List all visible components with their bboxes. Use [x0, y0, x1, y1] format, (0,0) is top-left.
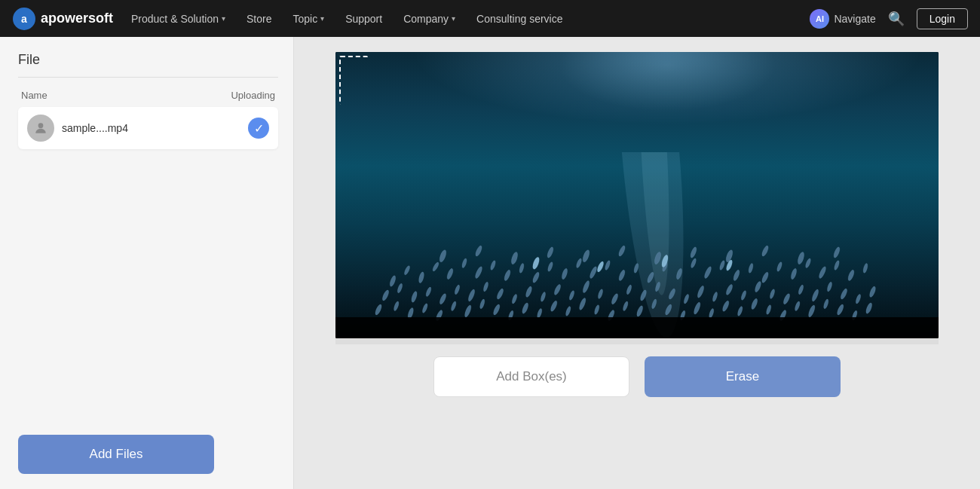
svg-point-45: [467, 289, 476, 302]
svg-point-108: [865, 302, 873, 314]
svg-point-27: [703, 266, 712, 280]
svg-point-43: [439, 293, 448, 305]
svg-point-87: [565, 306, 571, 316]
navigate-button[interactable]: AI Navigate: [810, 9, 875, 29]
svg-point-104: [807, 304, 816, 318]
svg-point-41: [410, 291, 418, 303]
svg-point-60: [683, 294, 690, 304]
svg-point-30: [748, 263, 754, 274]
logo-text: apowersoft: [41, 11, 113, 26]
svg-point-19: [589, 266, 598, 280]
svg-point-11: [474, 266, 483, 280]
svg-point-33: [790, 267, 798, 280]
svg-point-116: [690, 246, 698, 258]
svg-point-64: [740, 290, 747, 301]
svg-point-34: [804, 258, 811, 268]
svg-point-110: [474, 245, 483, 257]
svg-point-112: [547, 246, 555, 258]
svg-point-96: [693, 301, 702, 315]
svg-point-69: [811, 289, 820, 302]
svg-point-100: [750, 298, 758, 310]
svg-text:a: a: [21, 13, 27, 25]
svg-point-114: [617, 245, 626, 257]
svg-point-36: [833, 260, 840, 270]
file-name: sample....mp4: [62, 122, 240, 134]
svg-point-65: [754, 280, 762, 292]
svg-point-61: [697, 285, 706, 298]
logo[interactable]: a apowersoft: [12, 7, 113, 31]
svg-point-106: [836, 304, 845, 316]
file-list-header: Name Uploading: [18, 90, 278, 101]
video-timeline[interactable]: [335, 338, 939, 344]
svg-point-5: [389, 275, 397, 287]
svg-point-14: [519, 263, 525, 274]
svg-point-70: [826, 282, 833, 292]
svg-point-109: [438, 249, 447, 263]
svg-point-50: [540, 292, 547, 302]
svg-point-105: [822, 298, 829, 309]
svg-point-35: [818, 266, 827, 280]
file-avatar: [27, 115, 54, 142]
navbar: a apowersoft Product & Solution ▾ Store …: [0, 0, 980, 37]
add-files-button[interactable]: Add Files: [18, 435, 214, 474]
svg-point-10: [461, 258, 468, 268]
nav-store[interactable]: Store: [237, 8, 280, 29]
svg-point-89: [593, 304, 600, 315]
svg-point-63: [725, 283, 734, 295]
svg-point-26: [690, 258, 697, 268]
erase-button[interactable]: Erase: [645, 356, 841, 397]
header-uploading: Uploading: [231, 90, 275, 101]
svg-point-49: [525, 286, 533, 298]
svg-point-118: [761, 245, 770, 257]
svg-point-122: [596, 261, 605, 273]
search-icon[interactable]: 🔍: [885, 8, 908, 30]
nav-right: AI Navigate 🔍 Login: [810, 8, 968, 30]
svg-point-13: [504, 269, 512, 281]
svg-point-91: [622, 301, 629, 311]
file-title: File: [18, 52, 278, 78]
svg-point-6: [403, 265, 411, 276]
nav-support[interactable]: Support: [336, 8, 391, 29]
nav-topic[interactable]: Topic ▾: [283, 8, 333, 29]
svg-point-42: [425, 286, 432, 297]
nav-company[interactable]: Company ▾: [394, 8, 464, 29]
nav-product-solution[interactable]: Product & Solution ▾: [122, 8, 234, 29]
svg-point-29: [733, 269, 741, 281]
header-name: Name: [21, 90, 47, 101]
svg-point-55: [611, 293, 620, 305]
fish-school-graphic: [335, 152, 908, 338]
svg-point-68: [798, 284, 804, 295]
svg-point-92: [635, 305, 644, 317]
chevron-down-icon: ▾: [452, 14, 455, 23]
file-list: sample....mp4 ✓: [18, 107, 278, 426]
svg-point-40: [397, 283, 403, 293]
svg-point-66: [769, 289, 776, 299]
right-panel: Add Box(es) Erase: [294, 37, 980, 489]
svg-point-67: [782, 293, 792, 305]
svg-point-111: [510, 251, 519, 264]
svg-point-71: [840, 288, 849, 300]
svg-point-16: [547, 261, 553, 272]
selection-box[interactable]: [339, 56, 368, 105]
svg-point-39: [381, 289, 390, 301]
svg-point-80: [464, 304, 473, 318]
upload-complete-icon: ✓: [248, 118, 269, 139]
login-button[interactable]: Login: [917, 8, 968, 29]
svg-point-37: [847, 269, 856, 281]
chevron-down-icon: ▾: [222, 14, 225, 23]
user-icon: [33, 121, 48, 136]
svg-point-99: [737, 306, 743, 316]
add-box-button[interactable]: Add Box(es): [433, 356, 629, 397]
svg-point-17: [561, 267, 568, 280]
svg-point-48: [511, 294, 518, 304]
svg-point-73: [868, 286, 877, 298]
chevron-down-icon: ▾: [320, 14, 324, 23]
svg-point-44: [454, 284, 461, 295]
file-row[interactable]: sample....mp4 ✓: [18, 107, 278, 149]
svg-point-21: [618, 269, 626, 281]
svg-point-84: [521, 302, 529, 314]
svg-point-46: [482, 282, 489, 292]
svg-point-62: [712, 292, 718, 302]
svg-point-32: [776, 261, 782, 272]
nav-consulting[interactable]: Consulting service: [467, 8, 571, 29]
